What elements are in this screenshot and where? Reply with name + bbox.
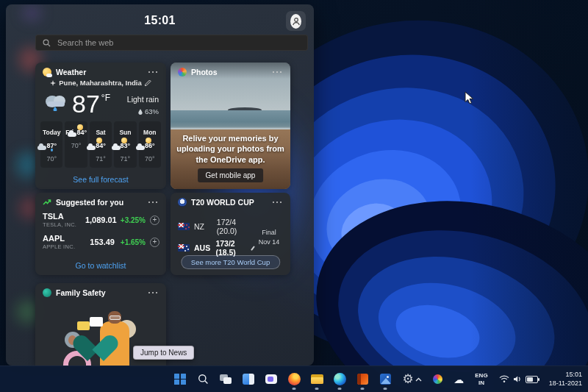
stock-row[interactable]: TSLA TESLA, INC. 1,089.01 +3.25% (35, 209, 166, 231)
file-explorer-button[interactable] (308, 368, 326, 391)
stock-row[interactable]: AAPL APPLE INC. 153.49 +1.65% (35, 231, 166, 253)
battery-icon (526, 376, 538, 383)
system-tray: ☁ ENG IN 15:01 18-11-2021 (413, 366, 584, 392)
gear-icon: ⚙ (402, 373, 413, 385)
forecast-day[interactable]: Fri 84° 70° (65, 121, 87, 168)
widgets-panel: 15:01 Weather Pune, Maharashtra, India (6, 4, 314, 366)
trending-up-icon (43, 198, 51, 207)
task-view-button[interactable] (217, 368, 234, 391)
stocks-more-button[interactable] (146, 199, 161, 207)
language-code: ENG (475, 372, 487, 379)
family-more-button[interactable] (146, 289, 161, 297)
taskbar: ⚙ ☁ ENG IN 15:01 18-11-2 (0, 366, 588, 392)
beach-photo-sea (171, 110, 290, 129)
running-indicator (361, 388, 365, 390)
forecast-day[interactable]: Today 87° 70° (40, 121, 62, 168)
weather-condition: Light rain (127, 95, 159, 104)
desktop: 15:01 Weather Pune, Maharashtra, India (0, 0, 588, 392)
search-bar[interactable] (35, 35, 308, 51)
language-region: IN (475, 379, 487, 387)
see-more-t20-button[interactable]: See more T20 World Cup (181, 255, 280, 269)
rain-cloud-icon (43, 92, 69, 111)
weather-widget[interactable]: Weather Pune, Maharashtra, India 87 °F L (35, 63, 166, 189)
stock-change: +3.25% (117, 216, 146, 224)
t20-world-cup-icon (178, 198, 187, 207)
volume-icon (513, 375, 522, 383)
precipitation-value: 63% (145, 107, 159, 115)
running-indicator (315, 388, 319, 390)
add-to-watchlist-button[interactable] (150, 215, 159, 225)
wifi-icon (499, 375, 509, 383)
weather-location: Pune, Maharashtra, India (59, 79, 141, 87)
family-safety-icon (43, 288, 51, 297)
cloud-icon: ☁ (453, 374, 464, 385)
stocks-widget[interactable]: Suggested for you TSLA TESLA, INC. 1,089… (35, 193, 166, 275)
match-row: AUS 173/2 (18.5) (178, 239, 254, 257)
running-indicator (384, 388, 387, 390)
chevron-up-icon (415, 377, 422, 382)
team-score: 173/2 (18.5) (215, 239, 250, 257)
firefox-button[interactable] (285, 368, 303, 391)
heart-icon (79, 336, 112, 366)
temperature-unit: °F (101, 93, 110, 103)
aus-flag-icon (178, 244, 190, 252)
language-switcher[interactable]: ENG IN (473, 371, 490, 388)
forecast-row: Today 87° 70° Fri 84° 70° Sat 84° 71° (35, 115, 166, 168)
office-icon (357, 374, 368, 385)
office-button[interactable] (354, 368, 371, 391)
widgets-button[interactable] (240, 368, 257, 391)
forecast-day[interactable]: Sat 84° 71° (90, 121, 112, 168)
stocks-title: Suggested for you (56, 198, 141, 207)
widgets-icon (243, 374, 254, 385)
see-full-forecast-link[interactable]: See full forecast (35, 175, 166, 184)
search-input[interactable] (56, 38, 301, 48)
add-to-watchlist-button[interactable] (150, 238, 159, 247)
tray-time: 15:01 (549, 371, 582, 379)
match-status: Final Nov 14 (254, 228, 284, 246)
stock-company: APPLE INC. (43, 243, 88, 250)
chat-icon (265, 374, 277, 384)
running-indicator (338, 388, 342, 390)
cricket-widget[interactable]: T20 WORLD CUP NZ 172/4 (20.0) AUS 173/2 … (171, 193, 290, 275)
team-score: 172/4 (20.0) (217, 218, 254, 235)
chat-button[interactable] (262, 368, 280, 391)
forecast-day[interactable]: Mon 86° 70° (139, 121, 161, 168)
cricket-more-button[interactable] (270, 199, 285, 207)
forecast-day[interactable]: Sun 83° 71° (114, 121, 136, 168)
clock-button[interactable]: 15:01 18-11-2021 (547, 369, 584, 389)
profile-button[interactable] (286, 11, 306, 31)
team-name: AUS (194, 243, 211, 252)
photos-app-button[interactable] (376, 368, 394, 391)
photos-icon (178, 68, 187, 76)
onedrive-button[interactable]: ☁ (451, 373, 466, 386)
photos-widget[interactable]: Photos Relive your memories by uploading… (171, 63, 290, 189)
stock-company: TESLA, INC. (43, 221, 85, 228)
go-to-watchlist-link[interactable]: Go to watchlist (35, 261, 166, 270)
edge-icon (334, 373, 346, 385)
match-status-text: Final (254, 228, 284, 238)
get-mobile-app-button[interactable]: Get mobile app (198, 168, 264, 182)
tray-overflow-button[interactable] (413, 376, 424, 383)
taskbar-search-button[interactable] (194, 368, 212, 391)
quick-settings-button[interactable] (497, 374, 540, 385)
panel-clock: 15:01 (6, 14, 314, 27)
droplet-icon (138, 109, 143, 115)
photos-more-button[interactable] (270, 68, 285, 76)
stock-change: +1.65% (115, 238, 146, 246)
color-wheel-icon (433, 374, 442, 384)
speech-bubble-icon (90, 317, 103, 327)
cricket-title: T20 WORLD CUP (191, 198, 265, 207)
edge-button[interactable] (331, 368, 348, 391)
tray-color-app-button[interactable] (431, 373, 445, 385)
task-view-icon (220, 374, 232, 384)
family-safety-title: Family Safety (56, 288, 141, 297)
batting-icon (251, 246, 255, 251)
edit-pencil-icon[interactable] (145, 79, 151, 86)
weather-more-button[interactable] (146, 68, 161, 76)
start-button[interactable] (171, 368, 189, 391)
speech-bubble-icon (77, 321, 90, 330)
photos-title: Photos (191, 68, 265, 76)
match-date: Nov 14 (254, 238, 284, 247)
stock-symbol: AAPL (43, 234, 88, 243)
avatar-icon (290, 14, 301, 29)
